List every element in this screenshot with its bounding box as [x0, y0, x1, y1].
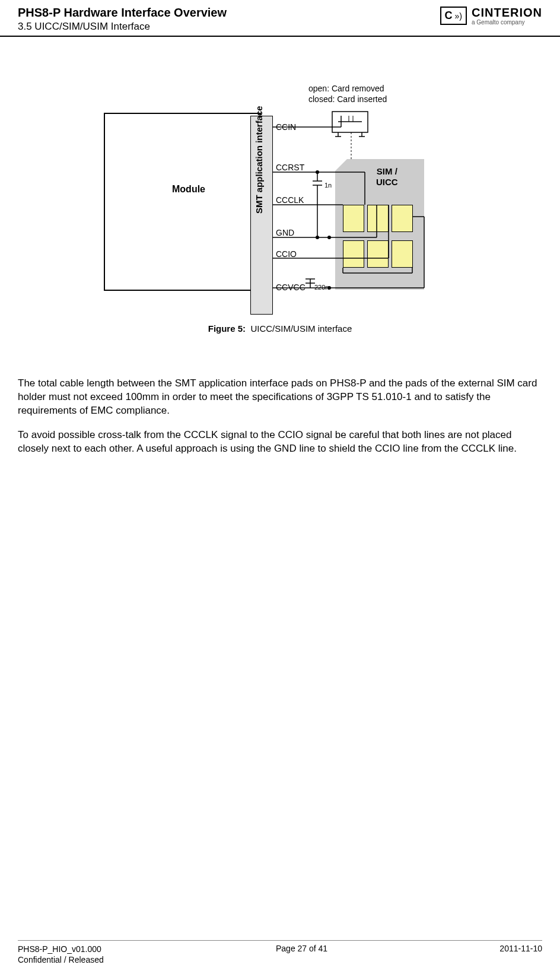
footer-page: Page 27 of 41 [276, 944, 327, 965]
body-text: The total cable length between the SMT a… [18, 377, 542, 467]
footer-status: Confidential / Released [18, 954, 104, 965]
svg-point-31 [327, 286, 331, 290]
figure-text: UICC/SIM/USIM interface [250, 323, 352, 334]
wiring-svg [104, 83, 460, 332]
page-footer: PHS8-P_HIO_v01.000 Confidential / Releas… [18, 940, 542, 965]
doc-title: PHS8-P Hardware Interface Overview [18, 6, 227, 20]
page-header: PHS8-P Hardware Interface Overview 3.5 U… [0, 0, 560, 37]
brand-box: CINTERION a Gemalto company [472, 6, 542, 26]
figure-caption: Figure 5: UICC/SIM/USIM interface [0, 323, 560, 334]
footer-doc-id: PHS8-P_HIO_v01.000 [18, 944, 104, 954]
footer-date: 2011-11-10 [499, 944, 542, 965]
logo-icon: C ») [440, 7, 467, 25]
figure-label: Figure 5: [208, 323, 246, 334]
doc-subtitle: 3.5 UICC/SIM/USIM Interface [18, 21, 227, 33]
logo-wave-icon: ») [455, 11, 462, 21]
header-right: C ») CINTERION a Gemalto company [440, 6, 542, 26]
brand-name: CINTERION [472, 6, 542, 19]
circuit-diagram: open: Card removed closed: Card inserted… [104, 83, 460, 332]
paragraph-1: The total cable length between the SMT a… [18, 377, 542, 418]
brand-subtext: a Gemalto company [472, 19, 542, 26]
footer-left: PHS8-P_HIO_v01.000 Confidential / Releas… [18, 944, 104, 965]
logo-letter: C [445, 9, 453, 22]
header-left: PHS8-P Hardware Interface Overview 3.5 U… [18, 6, 227, 33]
svg-point-22 [327, 236, 331, 239]
svg-point-21 [316, 236, 319, 239]
paragraph-2: To avoid possible cross-talk from the CC… [18, 429, 542, 456]
